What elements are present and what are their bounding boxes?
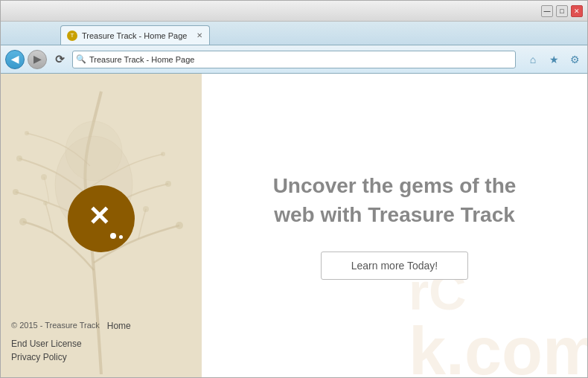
browser-window: — □ ✕ T Treasure Track - Home Page ✕ ◀ ▶… xyxy=(0,0,588,378)
svg-point-2 xyxy=(16,156,22,161)
tab-bar: T Treasure Track - Home Page ✕ xyxy=(1,22,587,45)
main-content-area: rC k.com Uncover the gems of the web wit… xyxy=(202,74,587,377)
svg-point-1 xyxy=(13,189,19,195)
svg-point-4 xyxy=(176,222,183,229)
tab-close-button[interactable]: ✕ xyxy=(194,31,205,41)
home-button[interactable]: ⌂ xyxy=(525,51,541,68)
back-button[interactable]: ◀ xyxy=(5,50,25,69)
headline-line2: web with Treasure Track xyxy=(274,203,515,226)
svg-point-3 xyxy=(25,131,29,135)
refresh-button[interactable]: ⟳ xyxy=(50,50,69,69)
svg-point-7 xyxy=(41,174,47,180)
logo-circle: ✕ xyxy=(68,185,135,252)
svg-point-11 xyxy=(65,121,122,181)
svg-point-6 xyxy=(161,152,165,156)
nav-bar: ◀ ▶ ⟳ 🔍 ⌂ ★ ⚙ xyxy=(1,45,587,74)
maximize-button[interactable]: □ xyxy=(556,5,568,17)
main-headline: Uncover the gems of the web with Treasur… xyxy=(273,171,517,229)
address-search-icon: 🔍 xyxy=(76,54,86,64)
forward-button[interactable]: ▶ xyxy=(28,50,47,69)
close-button[interactable]: ✕ xyxy=(571,5,583,17)
svg-point-8 xyxy=(43,201,48,205)
nav-right-buttons: ⌂ ★ ⚙ xyxy=(519,51,583,68)
address-input[interactable] xyxy=(89,55,512,64)
active-tab[interactable]: T Treasure Track - Home Page ✕ xyxy=(60,25,210,45)
logo-dots xyxy=(110,233,123,239)
title-bar: — □ ✕ xyxy=(1,1,587,22)
headline-line1: Uncover the gems of the xyxy=(273,174,517,197)
watermark: rC k.com xyxy=(409,266,587,377)
favorites-button[interactable]: ★ xyxy=(546,51,562,68)
settings-button[interactable]: ⚙ xyxy=(566,51,583,68)
svg-point-0 xyxy=(19,218,27,225)
svg-point-9 xyxy=(143,206,149,212)
tab-label: Treasure Track - Home Page xyxy=(82,31,187,40)
learn-more-button[interactable]: Learn more Today! xyxy=(321,252,468,280)
page-content: ✕ © 2015 - Treasure Track Home End User … xyxy=(1,74,587,377)
minimize-button[interactable]: — xyxy=(541,5,553,17)
sidebar-panel: ✕ © 2015 - Treasure Track Home End User … xyxy=(1,74,202,377)
address-bar-wrap: 🔍 xyxy=(72,51,516,68)
svg-point-5 xyxy=(165,181,171,187)
logo-x-icon: ✕ xyxy=(88,203,110,230)
tab-favicon: T xyxy=(67,31,77,41)
